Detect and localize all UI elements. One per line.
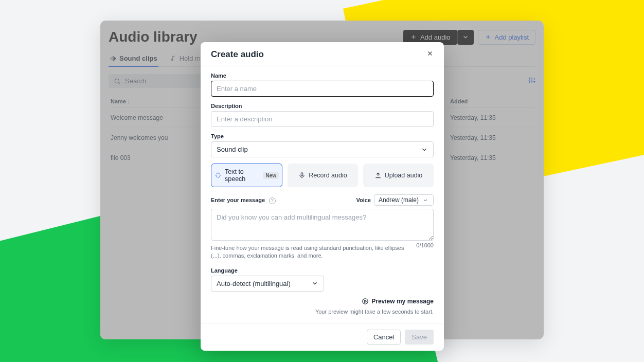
description-label: Description <box>211 103 434 109</box>
language-value: Auto-detect (multilingual) <box>217 280 291 287</box>
chevron-down-icon <box>422 197 429 203</box>
name-label: Name <box>211 73 434 79</box>
svg-point-3 <box>363 299 368 304</box>
language-select[interactable]: Auto-detect (multilingual) <box>211 276 324 292</box>
create-audio-modal: Create audio Name Description Type Sound… <box>201 42 444 351</box>
char-counter: 0/1000 <box>416 242 434 260</box>
upload-icon <box>374 172 382 179</box>
type-label: Type <box>211 133 434 139</box>
cancel-button[interactable]: Cancel <box>367 330 401 345</box>
preview-note: Your preview might take a few seconds to… <box>211 309 434 315</box>
method-upload-audio[interactable]: Upload audio <box>363 164 434 187</box>
svg-rect-2 <box>301 173 303 176</box>
message-textarea[interactable] <box>211 209 434 241</box>
method-label: Upload audio <box>385 172 423 179</box>
save-button[interactable]: Save <box>405 330 434 345</box>
help-icon[interactable]: ? <box>269 197 276 204</box>
voice-label: Voice <box>356 197 371 203</box>
voice-select[interactable]: Andrew (male) <box>374 194 434 206</box>
chevron-down-icon <box>311 280 318 287</box>
new-badge: New <box>263 172 279 179</box>
sparkle-icon <box>214 172 222 179</box>
voice-value: Andrew (male) <box>379 196 419 204</box>
play-circle-icon <box>362 298 369 305</box>
microphone-icon <box>298 172 306 179</box>
method-label: Record audio <box>309 172 347 179</box>
type-select[interactable]: Sound clip <box>211 141 434 157</box>
preview-label: Preview my message <box>371 298 434 305</box>
modal-title: Create audio <box>211 49 264 60</box>
message-label: Enter your message <box>211 197 265 203</box>
name-input[interactable] <box>211 81 434 97</box>
method-record-audio[interactable]: Record audio <box>288 164 358 187</box>
description-input[interactable] <box>211 111 434 127</box>
close-icon <box>426 50 434 57</box>
type-value: Sound clip <box>217 146 248 153</box>
language-label: Language <box>211 267 434 274</box>
tuning-hint: Fine-tune how your message is read using… <box>211 244 410 260</box>
preview-button[interactable]: Preview my message <box>362 298 434 305</box>
close-button[interactable] <box>426 50 434 59</box>
method-text-to-speech[interactable]: Text to speech New <box>211 164 282 187</box>
chevron-down-icon <box>421 146 428 153</box>
method-label: Text to speech <box>225 168 260 183</box>
